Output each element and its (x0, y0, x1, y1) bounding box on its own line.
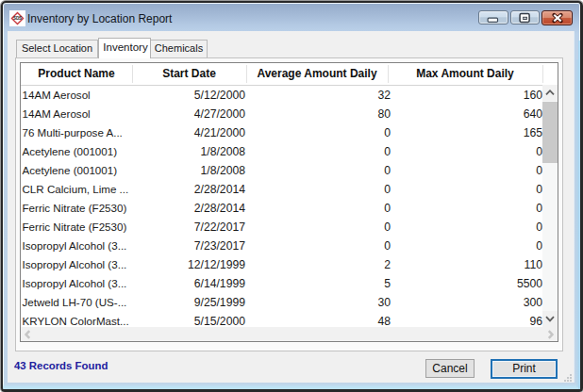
svg-text:SDS: SDS (13, 16, 22, 21)
